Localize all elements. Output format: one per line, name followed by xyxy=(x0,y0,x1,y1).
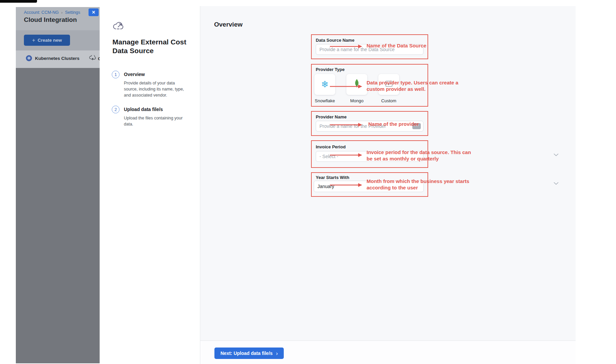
step2-description: Upload the files containing your data. xyxy=(124,115,189,127)
annotation-text-provider-name: Name of the provider xyxy=(368,121,473,128)
next-button-label: Next: Upload data file/s xyxy=(220,351,273,356)
breadcrumb-account-link[interactable]: Account: CCM-NG xyxy=(24,10,59,15)
breadcrumb-settings-link[interactable]: Settings xyxy=(65,10,80,15)
snowflake-label: Snowflake xyxy=(315,98,335,103)
form-heading: Overview xyxy=(214,21,243,28)
tab-kubernetes-label: Kubernetes Clusters xyxy=(35,56,79,61)
annotation-text-provider-type: Data provider type. Users can create a c… xyxy=(367,80,468,93)
background-page-header: Account: CCM-NG › Settings Cloud Integra… xyxy=(16,7,100,30)
cloud-upload-icon xyxy=(89,55,96,62)
wizard-stepper-panel: Manage External Cost Data Source 1 Overv… xyxy=(100,6,200,364)
kubernetes-icon: ☸ xyxy=(26,55,32,61)
browser-artifact-bar xyxy=(0,0,37,3)
cloud-export-icon xyxy=(112,20,124,32)
plus-icon: + xyxy=(32,37,35,43)
create-new-button[interactable]: + Create new xyxy=(24,35,70,46)
year-starts-with-label: Year Starts With xyxy=(316,175,349,180)
background-page: Account: CCM-NG › Settings Cloud Integra… xyxy=(16,7,100,363)
background-page-tabs: ☸ Kubernetes Clusters C xyxy=(16,50,100,68)
breadcrumb: Account: CCM-NG › Settings xyxy=(24,10,80,15)
next-upload-button[interactable]: Next: Upload data file/s › xyxy=(214,348,284,359)
background-page-toolbar: + Create new xyxy=(16,30,100,50)
annotation-arrow xyxy=(330,152,362,158)
custom-label: Custom xyxy=(381,98,397,103)
step1-number: 1 xyxy=(112,71,119,78)
annotation-text-invoice-period: Invoice period for the data source. This… xyxy=(367,149,478,162)
tab-cloud-truncated[interactable]: C xyxy=(89,55,100,62)
annotation-arrow xyxy=(330,122,362,128)
invoice-period-label: Invoice Period xyxy=(316,144,346,149)
chevron-right-icon: › xyxy=(276,351,278,356)
annotation-text-year-starts: Month from which the business year start… xyxy=(367,178,478,191)
chevron-down-icon[interactable] xyxy=(553,152,559,158)
create-new-label: Create new xyxy=(38,38,62,43)
provider-type-label: Provider Type xyxy=(316,67,345,72)
provider-name-label: Provider Name xyxy=(316,114,347,119)
step2-label[interactable]: Upload data file/s xyxy=(124,107,163,112)
close-dialog-button[interactable]: ✕ xyxy=(89,8,99,16)
mongo-label: Mongo xyxy=(350,98,364,103)
snowflake-icon: ❄ xyxy=(321,80,329,89)
chevron-down-icon[interactable] xyxy=(553,180,559,186)
step1-description: Provide details of your data source, inc… xyxy=(124,80,189,98)
step2-number: 2 xyxy=(112,106,119,113)
annotation-arrow xyxy=(330,84,362,90)
breadcrumb-separator: › xyxy=(61,10,63,14)
screen: Account: CCM-NG › Settings Cloud Integra… xyxy=(0,0,616,364)
data-source-name-label: Data Source Name xyxy=(316,38,354,43)
page-title: Cloud Integration xyxy=(24,16,77,24)
annotation-arrow xyxy=(330,182,362,188)
step1-label[interactable]: Overview xyxy=(124,72,145,77)
background-page-body xyxy=(16,68,100,363)
annotation-arrow xyxy=(330,44,362,50)
annotation-text-data-source: Name of the Data Source xyxy=(367,43,471,49)
wizard-footer: Next: Upload data file/s › xyxy=(200,340,576,364)
wizard-title: Manage External Cost Data Source xyxy=(112,38,189,56)
tab-kubernetes-clusters[interactable]: ☸ Kubernetes Clusters xyxy=(26,55,79,61)
